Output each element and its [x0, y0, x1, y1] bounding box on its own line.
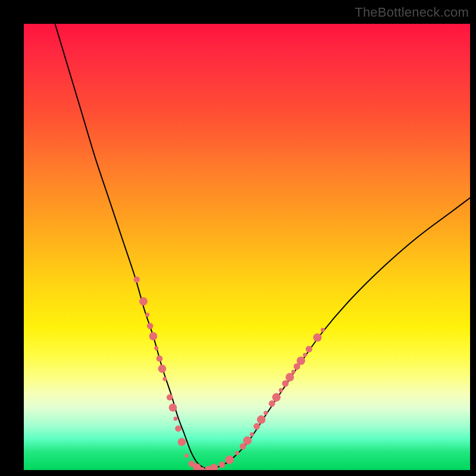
bead-marker: [163, 377, 167, 381]
bead-marker: [272, 393, 280, 402]
bottleneck-curve: [55, 24, 471, 469]
bead-marker: [250, 433, 254, 437]
bead-marker: [219, 462, 226, 468]
bead-marker: [297, 356, 305, 365]
bead-marker: [147, 323, 153, 329]
bead-marker: [149, 332, 158, 340]
bead-marker: [210, 464, 218, 470]
bead-marker: [156, 355, 163, 362]
bead-marker: [282, 380, 289, 387]
bead-marker: [154, 346, 158, 350]
bead-marker: [269, 400, 275, 407]
bead-marker: [243, 436, 252, 444]
chart-frame: TheBottleneck.com: [0, 0, 476, 476]
bead-marker: [257, 415, 265, 424]
bead-marker: [158, 365, 167, 373]
bead-marker: [286, 373, 294, 381]
bead-marker: [139, 298, 148, 306]
bead-marker: [279, 388, 283, 392]
bead-marker: [134, 277, 140, 283]
bead-marker: [235, 451, 239, 455]
bead-marker: [174, 416, 178, 421]
bead-marker: [321, 328, 325, 332]
bead-marker: [264, 411, 268, 415]
bead-marker: [184, 454, 189, 458]
chart-svg: [24, 24, 470, 470]
bead-marker: [313, 333, 321, 342]
bead-marker: [175, 425, 181, 432]
plot-area: [24, 24, 470, 470]
bead-marker: [226, 456, 234, 464]
bead-marker: [303, 353, 307, 357]
watermark-label: TheBottleneck.com: [355, 5, 469, 20]
bead-marker: [306, 346, 312, 352]
bead-marker: [169, 403, 177, 412]
bead-marker: [145, 313, 149, 317]
curve-bead-markers: [134, 277, 325, 470]
bead-marker: [253, 423, 260, 430]
bead-marker: [167, 394, 173, 400]
bead-marker: [178, 438, 186, 446]
bead-marker: [292, 370, 296, 374]
